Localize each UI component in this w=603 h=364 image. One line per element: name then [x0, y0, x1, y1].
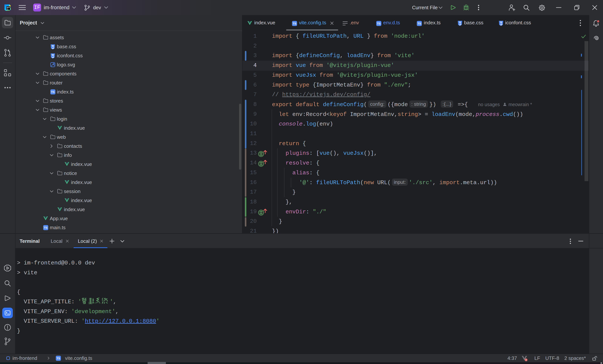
svg-text:WS: WS [7, 6, 10, 8]
